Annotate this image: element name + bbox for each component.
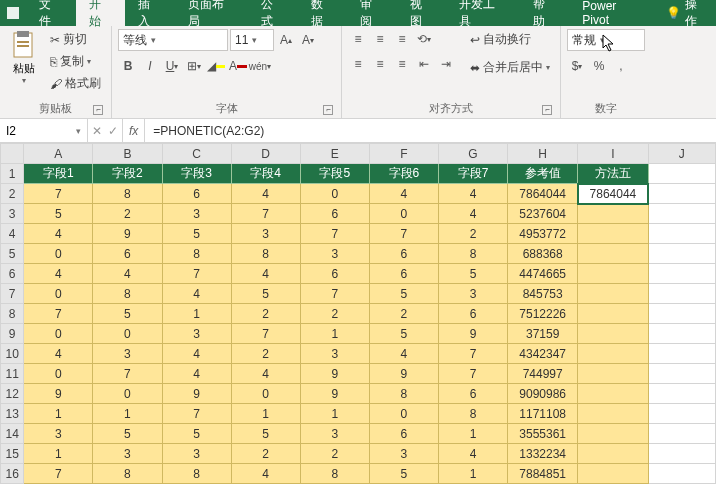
cell[interactable]: 2	[300, 444, 369, 464]
dialog-launcher-icon[interactable]: ⌐	[542, 105, 552, 115]
tab-view[interactable]: 视图	[397, 0, 447, 26]
percent-button[interactable]: %	[589, 56, 609, 76]
cell[interactable]	[648, 324, 715, 344]
cell[interactable]: 688368	[508, 244, 578, 264]
tab-review[interactable]: 审阅	[347, 0, 397, 26]
cell[interactable]: 3	[162, 204, 231, 224]
number-format-select[interactable]: 常规▾	[567, 29, 645, 51]
table-header-cell[interactable]: 字段1	[24, 164, 93, 184]
cell[interactable]: 7	[369, 224, 438, 244]
cell[interactable]: 3555361	[508, 424, 578, 444]
tab-home[interactable]: 开始	[76, 0, 126, 26]
table-header-cell[interactable]: 字段7	[438, 164, 507, 184]
cell[interactable]: 8	[438, 404, 507, 424]
italic-button[interactable]: I	[140, 56, 160, 76]
column-header[interactable]: B	[93, 144, 162, 164]
paste-button[interactable]: 粘贴 ▾	[6, 29, 42, 98]
table-header-cell[interactable]: 字段2	[93, 164, 162, 184]
currency-button[interactable]: $▾	[567, 56, 587, 76]
spreadsheet-grid[interactable]: ABCDEFGHIJ1字段1字段2字段3字段4字段5字段6字段7参考值方法五27…	[0, 143, 716, 484]
dialog-launcher-icon[interactable]: ⌐	[93, 105, 103, 115]
cell[interactable]: 7	[231, 204, 300, 224]
orientation-button[interactable]: ⟲▾	[414, 29, 434, 49]
column-header[interactable]: G	[438, 144, 507, 164]
dialog-launcher-icon[interactable]: ⌐	[323, 105, 333, 115]
cell[interactable]: 4	[231, 364, 300, 384]
cell[interactable]: 3	[162, 324, 231, 344]
cell[interactable]	[578, 204, 648, 224]
cell[interactable]: 37159	[508, 324, 578, 344]
cell[interactable]	[578, 304, 648, 324]
cell[interactable]: 4	[369, 344, 438, 364]
cell[interactable]: 5237604	[508, 204, 578, 224]
cell[interactable]: 4	[231, 264, 300, 284]
cell[interactable]: 1	[438, 464, 507, 484]
cell[interactable]: 8	[438, 244, 507, 264]
cell[interactable]: 4	[24, 224, 93, 244]
cell[interactable]: 1	[24, 444, 93, 464]
cell[interactable]: 7864044	[508, 184, 578, 204]
cell[interactable]: 9	[300, 384, 369, 404]
cell[interactable]: 3	[162, 444, 231, 464]
cell[interactable]	[648, 224, 715, 244]
cell[interactable]: 8	[93, 184, 162, 204]
cell[interactable]: 7	[231, 324, 300, 344]
cell[interactable]: 5	[369, 464, 438, 484]
align-left-button[interactable]: ≡	[348, 54, 368, 74]
cell[interactable]: 0	[93, 384, 162, 404]
cell[interactable]	[578, 404, 648, 424]
cell[interactable]: 2	[231, 344, 300, 364]
table-header-cell[interactable]: 字段5	[300, 164, 369, 184]
cell[interactable]: 9	[438, 324, 507, 344]
column-header[interactable]: F	[369, 144, 438, 164]
cell[interactable]: 5	[162, 224, 231, 244]
underline-button[interactable]: U▾	[162, 56, 182, 76]
cell[interactable]	[648, 304, 715, 324]
cell[interactable]: 5	[438, 264, 507, 284]
row-header[interactable]: 5	[1, 244, 24, 264]
cell[interactable]: 9	[24, 384, 93, 404]
cell[interactable]	[648, 244, 715, 264]
cell[interactable]: 8	[231, 244, 300, 264]
cell[interactable]	[648, 164, 715, 184]
cell[interactable]: 1	[162, 304, 231, 324]
cell[interactable]	[578, 464, 648, 484]
cell[interactable]: 9	[369, 364, 438, 384]
cell[interactable]: 4	[162, 344, 231, 364]
cell[interactable]: 5	[369, 324, 438, 344]
cell[interactable]: 4	[162, 364, 231, 384]
name-box[interactable]: I2▾	[0, 119, 88, 142]
column-header[interactable]: C	[162, 144, 231, 164]
cell[interactable]: 7	[93, 364, 162, 384]
cell[interactable]: 6	[162, 184, 231, 204]
bold-button[interactable]: B	[118, 56, 138, 76]
font-color-button[interactable]: A	[228, 56, 248, 76]
row-header[interactable]: 16	[1, 464, 24, 484]
row-header[interactable]: 15	[1, 444, 24, 464]
cell[interactable]	[648, 284, 715, 304]
cell[interactable]: 4	[24, 344, 93, 364]
cell[interactable]: 9	[162, 384, 231, 404]
cell[interactable]	[648, 364, 715, 384]
fx-button[interactable]: fx	[123, 119, 145, 142]
indent-inc-button[interactable]: ⇥	[436, 54, 456, 74]
table-header-cell[interactable]: 字段4	[231, 164, 300, 184]
cell[interactable]: 8	[369, 384, 438, 404]
cell[interactable]: 5	[162, 424, 231, 444]
cell[interactable]: 7	[24, 464, 93, 484]
cell[interactable]	[578, 424, 648, 444]
cell[interactable]: 4	[24, 264, 93, 284]
cell[interactable]	[578, 324, 648, 344]
cell[interactable]	[578, 224, 648, 244]
cell[interactable]: 4	[231, 184, 300, 204]
cell[interactable]: 8	[162, 244, 231, 264]
tab-layout[interactable]: 页面布局	[175, 0, 248, 26]
cell[interactable]: 0	[231, 384, 300, 404]
format-painter-button[interactable]: 🖌格式刷	[46, 73, 105, 94]
tell-me[interactable]: 💡 操作	[658, 0, 716, 26]
cell[interactable]: 3	[300, 424, 369, 444]
cell[interactable]: 7884851	[508, 464, 578, 484]
table-header-cell[interactable]: 方法五	[578, 164, 648, 184]
cell[interactable]: 7	[24, 184, 93, 204]
cell[interactable]: 2	[369, 304, 438, 324]
